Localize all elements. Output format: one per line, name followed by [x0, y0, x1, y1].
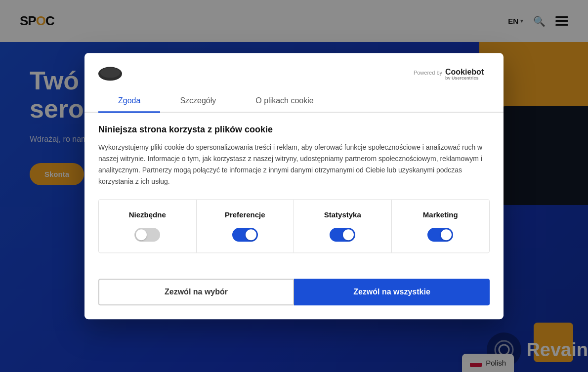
- tab-szczegoly[interactable]: Szczegóły: [160, 90, 236, 113]
- toggle-label-statystyka: Statystyka: [324, 210, 361, 219]
- toggle-label-marketing: Marketing: [423, 210, 458, 219]
- toggle-cell-preferencje: Preferencje: [197, 200, 294, 252]
- cookie-consent-modal: Powered by Cookiebot by Usercentrics Zgo…: [84, 53, 504, 319]
- svg-point-3: [100, 68, 120, 78]
- cookie-toggles-row: Niezbędne Preferencje Statystyka Marketi…: [98, 199, 490, 253]
- cookiebot-logo-area: [98, 65, 122, 83]
- cookiebot-name-area: Cookiebot by Usercentrics: [445, 65, 490, 81]
- tab-zgoda[interactable]: Zgoda: [98, 90, 160, 113]
- toggle-cell-marketing: Marketing: [392, 200, 490, 252]
- allow-all-button[interactable]: Zezwól na wszystkie: [294, 279, 490, 305]
- toggle-preferencje[interactable]: [232, 228, 258, 242]
- modal-title: Niniejsza strona korzysta z plików cooki…: [98, 124, 490, 135]
- powered-by-text: Powered by: [414, 70, 442, 76]
- modal-footer: Zezwól na wybór Zezwól na wszystkie: [84, 279, 504, 319]
- cookiebot-branding: Powered by Cookiebot by Usercentrics: [414, 65, 490, 81]
- toggle-statystyka[interactable]: [330, 228, 355, 242]
- toggle-knob-statystyka: [343, 229, 354, 240]
- modal-tabs: Zgoda Szczegóły O plikach cookie: [84, 90, 504, 113]
- toggle-label-preferencje: Preferencje: [225, 210, 265, 219]
- toggle-marketing[interactable]: [427, 228, 453, 242]
- toggle-niezbedne[interactable]: [134, 228, 160, 242]
- toggle-knob-marketing: [441, 229, 452, 240]
- tab-o-plikach[interactable]: O plikach cookie: [236, 90, 333, 113]
- allow-selection-button[interactable]: Zezwól na wybór: [98, 279, 294, 305]
- svg-text:by Usercentrics: by Usercentrics: [445, 76, 479, 80]
- modal-description: Wykorzystujemy pliki cookie do spersonal…: [98, 142, 490, 187]
- toggle-label-niezbedne: Niezbędne: [129, 210, 166, 219]
- toggle-cell-statystyka: Statystyka: [294, 200, 392, 252]
- toggle-knob-preferencje: [246, 229, 256, 240]
- svg-text:Cookiebot: Cookiebot: [445, 68, 484, 76]
- cookiebot-name: Cookiebot by Usercentrics: [445, 65, 490, 81]
- modal-header: Powered by Cookiebot by Usercentrics: [84, 53, 504, 83]
- toggle-knob-niezbedne: [136, 229, 147, 240]
- modal-body: Niniejsza strona korzysta z plików cooki…: [84, 113, 504, 279]
- toggle-cell-niezbedne: Niezbędne: [99, 200, 197, 252]
- cookie-logo-svg: [98, 65, 122, 83]
- cookiebot-logo-svg: Cookiebot by Usercentrics: [445, 65, 490, 80]
